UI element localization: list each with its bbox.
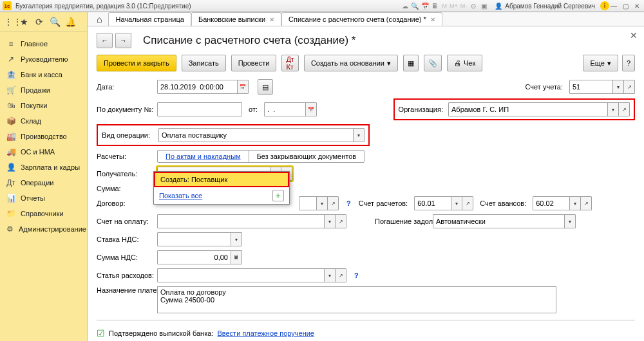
open-icon[interactable]: ↗ (335, 215, 346, 228)
sidebar-item-bank[interactable]: 🏦Банк и касса (0, 67, 87, 82)
vatsum-input[interactable] (158, 251, 231, 264)
info-icon[interactable]: i (600, 1, 609, 10)
search-icon[interactable]: 🔍 (48, 15, 62, 29)
memory-icon[interactable]: M+ (448, 3, 459, 9)
toolbar-icon[interactable]: ▣ (481, 3, 487, 10)
chevron-down-icon[interactable]: ▾ (569, 197, 580, 210)
date-ext-button[interactable]: ▤ (258, 79, 273, 95)
calculator-icon[interactable]: 🖩 (231, 251, 242, 264)
more-button[interactable]: Еще▾ (583, 55, 618, 71)
calc-by-acts[interactable]: По актам и накладным (158, 151, 249, 162)
save-button[interactable]: Записать (182, 55, 226, 71)
help-button[interactable]: ? (622, 55, 635, 71)
tab-bank-statements[interactable]: Банковские выписки✕ (191, 12, 281, 26)
history-icon[interactable]: ⟳ (32, 15, 46, 29)
home-icon[interactable]: ⌂ (90, 14, 108, 24)
current-user[interactable]: 👤 Абрамов Геннадий Сергеевич (495, 3, 595, 10)
sidebar-item-purchases[interactable]: 🛍Покупки (0, 98, 87, 113)
open-icon[interactable]: ↗ (335, 269, 346, 282)
docno-input[interactable] (158, 103, 242, 116)
minimize-icon[interactable]: — (609, 1, 618, 10)
bell-icon[interactable]: 🔔 (63, 15, 77, 29)
org-field[interactable]: ▾↗ (448, 102, 630, 116)
calendar-icon[interactable]: 📅 (237, 80, 248, 93)
open-icon[interactable]: ↗ (623, 80, 634, 93)
purpose-textarea[interactable] (157, 286, 556, 313)
sidebar-item-reports[interactable]: 📊Отчеты (0, 190, 87, 206)
enter-order-link[interactable]: Ввести платежное поручение (217, 329, 314, 337)
from-date-field[interactable]: 📅 (264, 102, 317, 116)
chevron-down-icon[interactable]: ▾ (451, 197, 462, 210)
help-icon[interactable]: ? (353, 272, 360, 279)
open-icon[interactable]: ↗ (580, 197, 591, 210)
dd-create-supplier[interactable]: Создать: Поставщик (155, 173, 288, 186)
toolbar-icon[interactable]: 🖩 (431, 3, 438, 10)
chevron-down-icon[interactable]: ▾ (612, 80, 623, 93)
debt-field[interactable]: ▾ (433, 214, 576, 228)
optype-field[interactable]: ▾ (158, 128, 365, 142)
chevron-down-icon[interactable]: ▾ (607, 103, 618, 116)
sidebar-item-warehouse[interactable]: 📦Склад (0, 113, 87, 129)
open-icon[interactable]: ↗ (327, 197, 338, 210)
calc-acc-field[interactable]: ▾↗ (414, 196, 473, 210)
sidebar-item-operations[interactable]: ДтОперации (0, 175, 87, 190)
from-date-input[interactable] (265, 103, 305, 116)
back-button[interactable]: ← (97, 33, 113, 48)
close-icon[interactable]: ✕ (632, 1, 641, 10)
chevron-down-icon[interactable]: ▾ (231, 233, 242, 246)
close-icon[interactable]: ✕ (269, 16, 274, 23)
toolbar-icon[interactable]: ⊙ (471, 3, 476, 10)
expense-field[interactable]: ▾↗ (157, 268, 346, 282)
tab-writeoff[interactable]: Списание с расчетного счета (создание) *… (281, 12, 442, 26)
sidebar-item-sales[interactable]: 🛒Продажи (0, 82, 87, 98)
date-input[interactable] (158, 80, 237, 93)
contract-field[interactable]: ▾↗ (299, 196, 339, 210)
calc-toggle[interactable]: По актам и накладным Без закрывающих док… (157, 150, 365, 163)
toolbar-icon[interactable]: 🔍 (411, 3, 419, 10)
maximize-icon[interactable]: ▢ (621, 1, 630, 10)
help-icon[interactable]: ? (345, 199, 352, 207)
sidebar-item-payroll[interactable]: 👤Зарплата и кадры (0, 160, 87, 175)
docno-field[interactable] (157, 102, 242, 116)
payacc-field[interactable]: ▾↗ (157, 214, 346, 228)
date-field[interactable]: 📅 (157, 80, 249, 94)
open-icon[interactable]: ↗ (618, 103, 629, 116)
checkbox-checked-icon[interactable]: ☑ (97, 328, 105, 338)
chevron-down-icon[interactable]: ▾ (316, 197, 327, 210)
chevron-down-icon[interactable]: ▾ (564, 215, 575, 228)
sidebar-item-production[interactable]: 🏭Производство (0, 129, 87, 144)
account-input[interactable] (570, 80, 612, 93)
favorite-icon[interactable]: ★ (17, 15, 31, 29)
close-icon[interactable]: ✕ (430, 16, 435, 23)
toolbar-icon[interactable]: ☁ (402, 3, 408, 10)
payacc-input[interactable] (158, 215, 324, 228)
account-field[interactable]: ▾↗ (569, 80, 635, 94)
expense-input[interactable] (158, 269, 324, 282)
cheque-button[interactable]: 🖨Чек (447, 55, 482, 71)
page-close-icon[interactable]: ✕ (630, 30, 638, 41)
org-input[interactable] (449, 103, 607, 116)
open-icon[interactable]: ↗ (462, 197, 473, 210)
post-close-button[interactable]: Провести и закрыть (97, 55, 176, 71)
calc-acc-input[interactable] (415, 197, 451, 210)
contract-input[interactable] (299, 197, 316, 210)
debt-input[interactable] (433, 215, 564, 228)
attach-button[interactable]: 📎 (424, 55, 442, 71)
vatrate-field[interactable]: ▾ (157, 232, 242, 246)
advance-acc-field[interactable]: ▾↗ (533, 196, 592, 210)
memory-icon[interactable]: M (440, 3, 448, 9)
sidebar-item-admin[interactable]: ⚙Администрирование (0, 221, 87, 237)
sidebar-item-main[interactable]: ≡Главное (0, 36, 87, 51)
tab-home[interactable]: Начальная страница (108, 12, 191, 26)
advance-acc-input[interactable] (533, 197, 569, 210)
calendar-icon[interactable]: 📅 (305, 103, 316, 116)
sidebar-item-manager[interactable]: ↗Руководителю (0, 51, 87, 67)
chevron-down-icon[interactable]: ▾ (324, 215, 335, 228)
dt-kt-button[interactable]: ДтКт (281, 55, 299, 71)
create-based-button[interactable]: Создать на основании▾ (304, 55, 398, 71)
forward-button[interactable]: → (115, 33, 131, 48)
vatrate-input[interactable] (158, 233, 231, 246)
optype-input[interactable] (159, 129, 353, 142)
struct-button[interactable]: ▦ (403, 55, 419, 71)
post-button[interactable]: Провести (231, 55, 277, 71)
